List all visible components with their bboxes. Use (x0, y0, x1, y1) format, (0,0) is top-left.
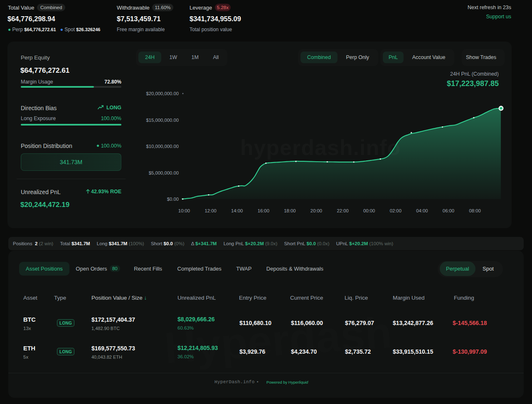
svg-text:20:00: 20:00 (310, 208, 322, 213)
svg-text:$20,000,000.00: $20,000,000.00 (146, 91, 179, 96)
svg-text:10:00: 10:00 (178, 208, 190, 213)
svg-text:00:00: 00:00 (363, 208, 375, 213)
svg-text:06:00: 06:00 (443, 208, 454, 213)
svg-text:18:00: 18:00 (284, 208, 296, 213)
svg-text:$15,000,000.00: $15,000,000.00 (146, 118, 179, 123)
svg-text:12:00: 12:00 (204, 208, 216, 213)
svg-text:$10,000,000.00: $10,000,000.00 (146, 144, 179, 149)
svg-text:22:00: 22:00 (337, 208, 348, 213)
svg-text:16:00: 16:00 (258, 208, 269, 213)
svg-text:04:00: 04:00 (416, 208, 428, 213)
svg-text:14:00: 14:00 (231, 208, 243, 213)
svg-text:08:00: 08:00 (469, 208, 480, 213)
svg-text:02:00: 02:00 (390, 208, 401, 213)
svg-text:$0.00: $0.00 (167, 197, 179, 202)
svg-text:$5,000,000.00: $5,000,000.00 (149, 170, 179, 175)
